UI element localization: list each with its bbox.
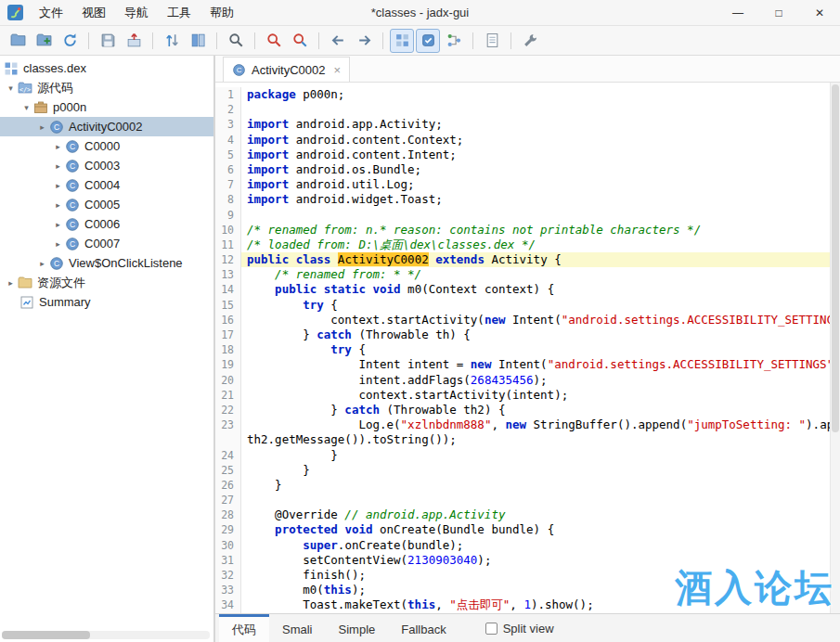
preferences-icon[interactable]	[518, 29, 542, 53]
split-view-checkbox[interactable]	[485, 623, 498, 635]
code-line[interactable]: 31 setContentView(2130903040);	[215, 553, 830, 568]
tree-item-summary[interactable]: Summary	[0, 292, 213, 312]
code-line[interactable]: 2	[215, 102, 830, 117]
maximize-button[interactable]: □	[758, 0, 799, 25]
tree-item-activityc0002[interactable]: ▸CActivityC0002	[0, 117, 213, 136]
tree-item-c0000[interactable]: ▸CC0000	[0, 136, 213, 156]
code-line[interactable]: 1package p000n;	[215, 87, 830, 102]
chevron-right-icon[interactable]: ▸	[51, 161, 65, 171]
tab-close-icon[interactable]: ×	[333, 63, 341, 77]
tree-item-p000n[interactable]: ▾p000n	[0, 97, 213, 117]
log-viewer-icon[interactable]	[480, 29, 504, 53]
flat-packages-icon[interactable]	[186, 29, 210, 53]
search-icon[interactable]	[224, 29, 248, 53]
menu-tools[interactable]: 工具	[158, 0, 200, 25]
code-line[interactable]: 5import android.content.Intent;	[215, 148, 830, 162]
chevron-right-icon[interactable]: ▸	[35, 259, 49, 268]
code-line[interactable]: 21 context.startActivity(intent);	[215, 388, 830, 403]
code-line[interactable]: 28 @Override // android.app.Activity	[215, 507, 830, 522]
forward-icon[interactable]	[352, 29, 376, 53]
tree-item-c0006[interactable]: ▸CC0006	[0, 214, 213, 234]
chevron-down-icon[interactable]: ▾	[4, 83, 18, 93]
code-line[interactable]: 12public class ActivityC0002 extends Act…	[215, 252, 830, 267]
code-line[interactable]: 26 }	[215, 478, 830, 493]
editor-vertical-scrollbar[interactable]	[830, 83, 840, 613]
open-file-icon[interactable]	[6, 29, 30, 53]
code-line[interactable]: 13 /* renamed from: * */	[215, 267, 830, 282]
code-line[interactable]: 18 try {	[215, 342, 830, 357]
chevron-right-icon[interactable]: ▸	[51, 200, 65, 210]
code-editor[interactable]: 1package p000n;23import android.app.Acti…	[215, 83, 830, 613]
tree-item-c0003[interactable]: ▸CC0003	[0, 156, 213, 175]
menu-help[interactable]: 帮助	[200, 0, 243, 25]
chevron-right-icon[interactable]: ▸	[51, 181, 65, 190]
chevron-right-icon[interactable]: ▸	[35, 122, 49, 132]
code-line[interactable]: 4import android.content.Context;	[215, 133, 830, 148]
editor-tab-activityc0002[interactable]: C ActivityC0002 ×	[223, 57, 350, 82]
code-line[interactable]: 9	[215, 208, 830, 223]
code-line[interactable]: 34 Toast.makeText(this, "点击即可", 1).show(…	[215, 597, 830, 612]
code-line[interactable]: 23 Log.e("xzlnbdnm888", new StringBuffer…	[215, 417, 830, 432]
code-line[interactable]: 24 }	[215, 448, 830, 463]
tree-item-classes-dex[interactable]: classes.dex	[0, 58, 213, 78]
main-area: classes.dex▾</>源代码▾p000n▸CActivityC0002▸…	[0, 56, 840, 642]
code-line[interactable]: 33 m0(this);	[215, 583, 830, 597]
tree-item-view-onclicklistener[interactable]: ▸CView$OnClickListene	[0, 253, 213, 273]
chevron-down-icon[interactable]: ▾	[19, 103, 33, 112]
menu-file[interactable]: 文件	[30, 0, 72, 25]
code-line[interactable]: 16 context.startActivity(new Intent("and…	[215, 313, 830, 327]
dots-tree-icon[interactable]	[442, 29, 466, 53]
sync-icon[interactable]	[160, 29, 184, 53]
code-line[interactable]: 22 } catch (Throwable th2) {	[215, 403, 830, 417]
tree-item-resources[interactable]: ▸资源文件	[0, 273, 213, 292]
menu-view[interactable]: 视图	[72, 0, 115, 25]
code-line[interactable]: 27	[215, 493, 830, 507]
deobfuscation-icon[interactable]	[390, 29, 414, 53]
tab-code[interactable]: 代码	[219, 614, 269, 642]
line-number: 3	[215, 117, 241, 132]
inconsistent-code-icon[interactable]	[416, 29, 440, 53]
scrollbar-thumb[interactable]	[2, 631, 90, 639]
export-icon[interactable]	[122, 29, 146, 53]
code-line[interactable]: th2.getMessage()).toString());	[215, 432, 830, 447]
code-line[interactable]: 6import android.os.Bundle;	[215, 162, 830, 177]
code-line[interactable]: 10/* renamed from: n.* reason: contains …	[215, 223, 830, 238]
tab-smali[interactable]: Smali	[269, 614, 326, 642]
chevron-right-icon[interactable]: ▸	[51, 220, 65, 229]
chevron-right-icon[interactable]: ▸	[51, 142, 65, 151]
code-line[interactable]: 3import android.app.Activity;	[215, 117, 830, 132]
tree-item-c0005[interactable]: ▸CC0005	[0, 195, 213, 214]
text-search-icon[interactable]	[288, 29, 312, 53]
tree-item-source-code[interactable]: ▾</>源代码	[0, 78, 213, 97]
menu-navigation[interactable]: 导航	[115, 0, 158, 25]
tree-item-c0007[interactable]: ▸CC0007	[0, 234, 213, 253]
code-line[interactable]: 20 intent.addFlags(268435456);	[215, 373, 830, 388]
back-icon[interactable]	[326, 29, 350, 53]
tab-fallback[interactable]: Fallback	[388, 614, 459, 642]
code-line[interactable]: 32 finish();	[215, 568, 830, 583]
close-button[interactable]: ✕	[799, 0, 840, 25]
code-line[interactable]: 25 }	[215, 463, 830, 478]
code-line[interactable]: 11/* loaded from: D:\桌面\dex\classes.dex …	[215, 238, 830, 252]
save-all-icon[interactable]	[96, 29, 120, 53]
minimize-button[interactable]: —	[717, 0, 758, 25]
code-line[interactable]: 19 Intent intent = new Intent("android.s…	[215, 357, 830, 372]
code-line[interactable]: 29 protected void onCreate(Bundle bundle…	[215, 522, 830, 537]
code-line[interactable]: 14 public static void m0(Context context…	[215, 282, 830, 297]
chevron-right-icon[interactable]: ▸	[51, 239, 65, 249]
tree-item-c0004[interactable]: ▸CC0004	[0, 175, 213, 195]
tab-simple[interactable]: Simple	[326, 614, 389, 642]
line-number: 6	[215, 162, 241, 177]
add-files-icon[interactable]	[32, 29, 56, 53]
code-line[interactable]: 30 super.onCreate(bundle);	[215, 538, 830, 553]
chevron-right-icon[interactable]: ▸	[4, 278, 18, 288]
code-line[interactable]: 17 } catch (Throwable th) {	[215, 327, 830, 342]
scrollbar-thumb[interactable]	[832, 84, 839, 432]
code-line[interactable]: 8import android.widget.Toast;	[215, 192, 830, 207]
line-number: 24	[215, 448, 241, 463]
reload-icon[interactable]	[58, 29, 82, 53]
class-search-icon[interactable]	[262, 29, 286, 53]
code-line[interactable]: 7import android.util.Log;	[215, 177, 830, 192]
code-line[interactable]: 15 try {	[215, 298, 830, 313]
sidebar-horizontal-scrollbar[interactable]	[2, 631, 210, 639]
